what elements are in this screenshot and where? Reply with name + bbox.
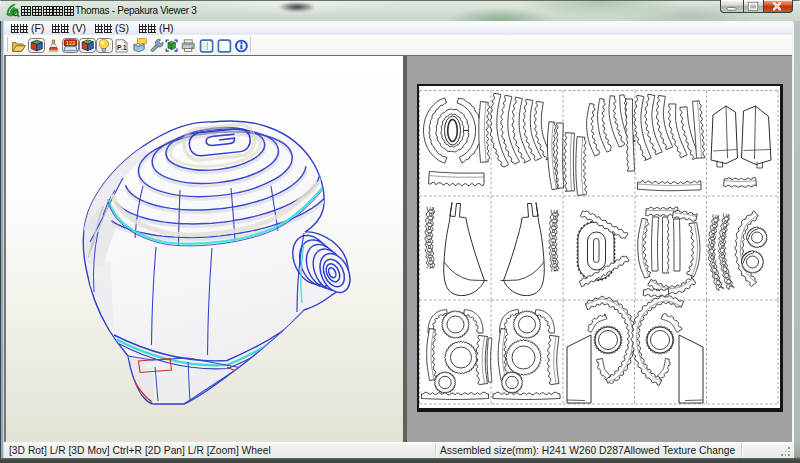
- svg-text:P.1: P.1: [117, 44, 127, 51]
- svg-text:123: 123: [66, 40, 75, 46]
